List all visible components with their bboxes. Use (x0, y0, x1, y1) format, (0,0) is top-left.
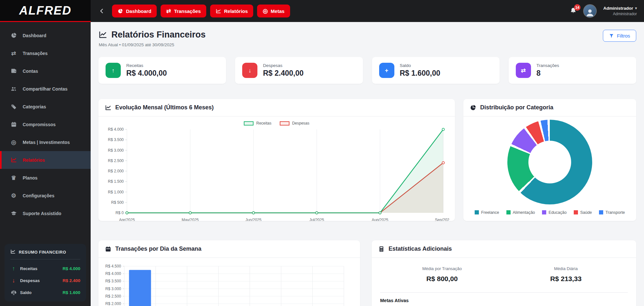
legend-item-despesas[interactable]: Despesas (280, 121, 309, 126)
sidebar-item-label: Dashboard (23, 33, 46, 38)
financial-summary-title: RESUMO FINANCEIRO (10, 249, 80, 259)
summary-row-receitas: ↑ReceitasR$ 4.000 (10, 266, 80, 271)
funnel-icon (609, 33, 614, 38)
legend-label: Transporte (605, 210, 625, 215)
sidebar-item-label: Compromissos (23, 122, 56, 127)
donut-chart (507, 120, 592, 204)
chart-line-icon (216, 8, 221, 14)
topbar-nav: Dashboard⇄TransaçõesRelatórios◎Metas (112, 5, 290, 17)
gear-icon: ⚙ (10, 192, 17, 199)
page-subtitle: Mês Atual • 01/09/2025 até 30/09/2025 (99, 42, 206, 47)
nav-button-metas[interactable]: ◎Metas (257, 5, 290, 17)
filters-button[interactable]: Filtros (603, 30, 636, 42)
sidebar-item-relatorios[interactable]: Relatórios (0, 151, 91, 169)
sidebar-item-contas[interactable]: Contas (0, 62, 91, 80)
sidebar-item-compartilhar-contas[interactable]: Compartilhar Contas (0, 80, 91, 98)
svg-text:R$ 4.000: R$ 4.000 (108, 127, 124, 132)
arrow-up-icon: ↑ (10, 266, 17, 271)
summary-cards-row: ↑ReceitasR$ 4.000,00↓DespesasR$ 2.400,00… (98, 57, 636, 84)
legend-swatch (506, 210, 511, 214)
calculator-icon (378, 246, 385, 252)
nav-button-dashboard[interactable]: Dashboard (112, 5, 157, 17)
nav-button-relatorios[interactable]: Relatórios (210, 5, 253, 17)
person-icon (585, 7, 595, 17)
svg-text:Jun/2025: Jun/2025 (245, 218, 262, 221)
legend-label: Receitas (256, 121, 271, 126)
svg-text:R$ 2.000: R$ 2.000 (108, 169, 124, 173)
legend-swatch (542, 210, 546, 214)
sidebar-item-label: Configurações (23, 193, 54, 198)
plus-icon: + (379, 63, 394, 78)
summary-row-value: R$ 1.600 (62, 290, 80, 295)
additional-stats-title: Estatísticas Adicionais (389, 246, 452, 252)
card-value: R$ 1.600,00 (400, 69, 440, 78)
topbar: Dashboard⇄TransaçõesRelatórios◎Metas 14 … (91, 0, 644, 22)
donut-legend-item-alimentação[interactable]: Alimentação (506, 210, 535, 215)
line-chart: R$ 4.000R$ 3.500R$ 3.000R$ 2.500R$ 2.000… (98, 126, 455, 221)
chevron-left-icon (99, 8, 105, 14)
sidebar-item-categorias[interactable]: Categorias (0, 98, 91, 115)
card-value: R$ 4.000,00 (126, 69, 167, 78)
page-title: Relatórios Financeiros (111, 30, 206, 40)
category-distribution-title: Distribuição por Categoria (480, 104, 553, 111)
summary-row-value: R$ 4.000 (62, 266, 80, 271)
nav-button-label: Dashboard (126, 8, 151, 14)
sidebar-item-compromissos[interactable]: Compromissos (0, 115, 91, 133)
sidebar-item-label: Contas (23, 69, 38, 74)
sidebar-item-label: Transações (23, 51, 48, 56)
additional-stats-panel: Estatísticas Adicionais Média por Transa… (372, 240, 636, 306)
svg-text:R$ 4.500: R$ 4.500 (105, 264, 121, 268)
monthly-evolution-panel: Evolução Mensal (Últimos 6 Meses) Receit… (98, 99, 455, 221)
donut-legend: FreelanceAlimentaçãoEducaçãoSaúdeTranspo… (475, 210, 625, 215)
donut-legend-item-saúde[interactable]: Saúde (574, 210, 592, 215)
chart-line-icon (98, 30, 107, 39)
scale-icon (10, 290, 17, 296)
donut-hole (528, 141, 571, 183)
sidebar-item-metas-investimentos[interactable]: ◎Metas | Investimentos (0, 133, 91, 151)
nav-button-transacoes[interactable]: ⇄Transações (161, 5, 206, 17)
summary-row-value: R$ 2.400 (62, 278, 80, 283)
legend-item-receitas[interactable]: Receitas (244, 121, 271, 126)
sidebar-item-configuracoes[interactable]: ⚙Configurações (0, 187, 91, 204)
transfer-icon: ⇄ (516, 63, 531, 78)
donut-legend-item-freelance[interactable]: Freelance (475, 210, 499, 215)
divider (380, 292, 628, 293)
chart-line-icon (10, 249, 16, 255)
summary-card-saldo: +SaldoR$ 1.600,00 (372, 57, 500, 84)
chart-line-icon (10, 157, 17, 164)
donut-legend-item-educação[interactable]: Educação (542, 210, 567, 215)
donut-legend-item-transporte[interactable]: Transporte (599, 210, 625, 215)
legend-swatch (475, 210, 479, 214)
stat-label: Média por Transação (380, 266, 504, 271)
svg-text:R$ 2.000: R$ 2.000 (105, 301, 121, 306)
back-button[interactable] (96, 5, 107, 16)
svg-text:R$ 3.000: R$ 3.000 (105, 287, 121, 291)
nav-button-label: Transações (174, 8, 201, 14)
users-icon (10, 85, 17, 93)
sidebar-item-dashboard[interactable]: Dashboard (0, 27, 91, 44)
transfer-icon: ⇄ (10, 50, 17, 57)
arrow-down-icon: ↓ (10, 278, 17, 283)
sidebar-item-suporte-assistido[interactable]: Suporte Assistido (0, 204, 91, 222)
user-role: Administrador (613, 12, 637, 16)
card-value: R$ 2.400,00 (263, 69, 303, 78)
pie-chart-icon (10, 32, 17, 39)
svg-text:R$ 3.000: R$ 3.000 (108, 148, 124, 153)
sidebar-item-transacoes[interactable]: ⇄Transações (0, 44, 91, 62)
user-menu[interactable]: Administrador ▾ Administrador (603, 6, 637, 16)
pie-chart-icon (470, 104, 476, 111)
sidebar-item-label: Planos (23, 175, 38, 180)
monthly-evolution-title: Evolução Mensal (Últimos 6 Meses) (115, 104, 214, 111)
svg-text:Jul/2025: Jul/2025 (310, 218, 324, 221)
sidebar-item-planos[interactable]: ♛Planos (0, 169, 91, 187)
svg-text:R$ 3.500: R$ 3.500 (105, 279, 121, 283)
main-content: Relatórios Financeiros Mês Atual • 01/09… (91, 22, 644, 306)
user-avatar[interactable] (583, 4, 597, 18)
bar-chart: R$ 4.500R$ 4.000R$ 3.500R$ 3.000R$ 2.500… (98, 258, 360, 306)
active-goals-heading: Metas Ativas (380, 298, 628, 303)
notifications-button[interactable]: 14 (570, 7, 577, 15)
summary-row-despesas: ↓DespesasR$ 2.400 (10, 278, 80, 283)
topbar-right: 14 Administrador ▾ Administrador (570, 4, 637, 18)
summary-row-saldo: SaldoR$ 1.600 (10, 290, 80, 296)
sidebar-nav: Dashboard⇄TransaçõesContasCompartilhar C… (0, 22, 91, 222)
